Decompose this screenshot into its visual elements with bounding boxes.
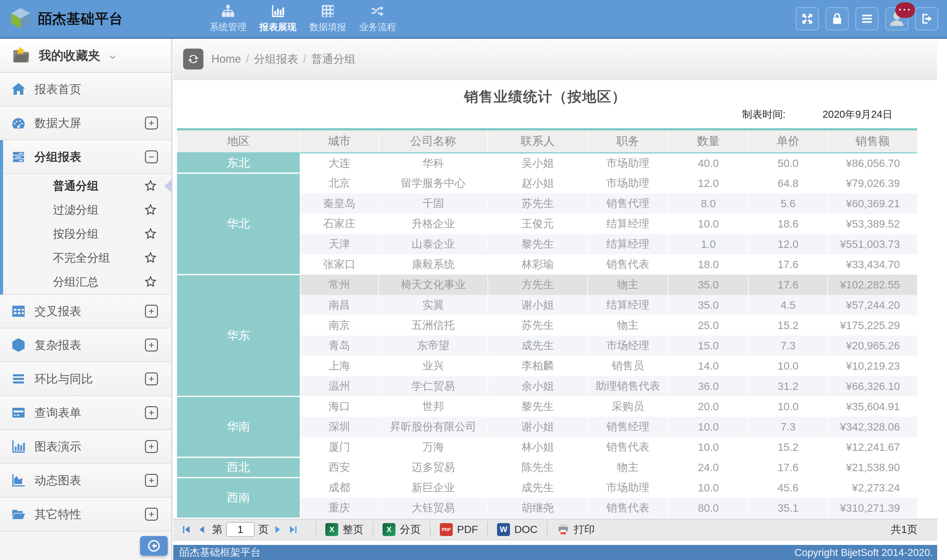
sidebar-item-complex-report[interactable]: 复杂报表+ bbox=[0, 328, 171, 362]
sidebar-item-other-features[interactable]: 其它特性+ bbox=[0, 498, 171, 531]
cell-price: 5.6 bbox=[748, 194, 828, 214]
sidebar-item-label: 查询表单 bbox=[34, 405, 81, 421]
cell-price: 12.0 bbox=[748, 234, 828, 254]
notification-badge: ··· bbox=[895, 3, 915, 18]
cell-company: 康毅系统 bbox=[379, 254, 488, 275]
cell-sales: ¥20,965.26 bbox=[828, 335, 917, 356]
prev-page-button[interactable] bbox=[197, 524, 207, 535]
expand-plus-icon[interactable]: + bbox=[145, 440, 158, 453]
cell-city: 常州 bbox=[300, 275, 379, 295]
export-pdf-button[interactable]: PDFPDF bbox=[430, 522, 487, 538]
logout-button[interactable] bbox=[915, 7, 938, 31]
brand-title: 皕杰基础平台 bbox=[38, 9, 123, 28]
sidebar-subitem-3[interactable]: 不完全分组 bbox=[0, 246, 171, 270]
lock-button[interactable] bbox=[825, 7, 849, 31]
region-cell: 华东 bbox=[177, 275, 300, 396]
sidebar-item-dynamic-chart[interactable]: 动态图表+ bbox=[0, 464, 171, 498]
export-doc-button[interactable]: WDOC bbox=[487, 522, 547, 538]
cell-title: 采购员 bbox=[588, 396, 668, 417]
cell-contact: 林小姐 bbox=[488, 437, 588, 457]
refresh-button[interactable] bbox=[183, 49, 204, 69]
cell-sales: ¥175,225.29 bbox=[828, 315, 917, 335]
sitemap-icon bbox=[221, 4, 235, 18]
nav-item-report-chart[interactable]: 报表展现 bbox=[253, 0, 303, 37]
cell-qty: 1.0 bbox=[668, 234, 748, 254]
favorites-header[interactable]: 我的收藏夹 bbox=[0, 39, 171, 72]
cell-sales: ¥57,244.20 bbox=[828, 295, 917, 315]
total-pages: 共1页 bbox=[891, 523, 937, 537]
table-row[interactable]: 华东常州椅天文化事业方先生物主35.017.6¥102,282.55 bbox=[177, 275, 917, 295]
doc-icon: W bbox=[497, 523, 510, 536]
table-row[interactable]: 华北北京留学服务中心赵小姐市场助理12.064.8¥79,026.39 bbox=[177, 173, 917, 194]
cell-title: 销售经理 bbox=[588, 417, 668, 437]
cell-contact: 方先生 bbox=[488, 275, 588, 295]
user-button[interactable]: ··· bbox=[885, 7, 908, 31]
brand[interactable]: 皕杰基础平台 bbox=[9, 0, 123, 37]
sidebar-item-group-report[interactable]: 分组报表− bbox=[0, 140, 171, 174]
first-page-button[interactable] bbox=[181, 524, 192, 535]
expand-plus-icon[interactable]: + bbox=[145, 338, 158, 351]
cell-city: 西安 bbox=[300, 457, 379, 478]
nav-item-workflow[interactable]: 业务流程 bbox=[353, 0, 403, 37]
cell-city: 大连 bbox=[300, 153, 379, 173]
expand-plus-icon[interactable]: + bbox=[145, 474, 158, 487]
cell-title: 销售代表 bbox=[588, 254, 668, 275]
cell-sales: ¥310,271.39 bbox=[828, 498, 917, 518]
cell-title: 市场经理 bbox=[588, 335, 668, 356]
logout-icon bbox=[920, 12, 933, 25]
fullscreen-button[interactable] bbox=[796, 7, 819, 31]
expand-plus-icon[interactable]: + bbox=[145, 117, 158, 129]
cell-title: 销售代表 bbox=[588, 498, 668, 518]
cell-price: 17.6 bbox=[748, 254, 828, 275]
last-page-button[interactable] bbox=[288, 524, 298, 535]
sidebar-item-label: 复杂报表 bbox=[34, 337, 81, 353]
sidebar-item-cross-report[interactable]: 交叉报表+ bbox=[0, 295, 171, 328]
page-input[interactable] bbox=[226, 522, 254, 537]
star-icon bbox=[144, 203, 157, 217]
table-row[interactable]: 东北大连华科吴小姐市场助理40.050.0¥86,056.70 bbox=[177, 153, 917, 173]
cell-city: 重庆 bbox=[300, 498, 379, 518]
collapse-sidebar-button[interactable] bbox=[140, 536, 168, 556]
report-meta-label: 制表时间: bbox=[742, 108, 785, 122]
expand-plus-icon[interactable]: + bbox=[145, 305, 158, 318]
cell-title: 市场助理 bbox=[588, 478, 668, 498]
table-row[interactable]: 西北西安迈多贸易陈先生物主24.017.6¥21,538.90 bbox=[177, 457, 917, 478]
collapse-minus-icon[interactable]: − bbox=[145, 151, 158, 163]
workflow-icon bbox=[370, 4, 385, 18]
cell-sales: ¥21,538.90 bbox=[828, 457, 917, 478]
sidebar-item-compare[interactable]: 环比与同比+ bbox=[0, 362, 171, 396]
nav-item-data-grid[interactable]: 数据填报 bbox=[303, 0, 353, 37]
sidebar-item-home[interactable]: 报表首页 bbox=[0, 72, 171, 106]
breadcrumb-item[interactable]: 分组报表 bbox=[254, 52, 298, 67]
sidebar-subitem-2[interactable]: 按段分组 bbox=[0, 222, 171, 246]
cell-title: 销售员 bbox=[588, 356, 668, 376]
breadcrumb-item[interactable]: Home bbox=[211, 52, 241, 66]
sidebar-item-chart-demo[interactable]: 图表演示+ bbox=[0, 430, 171, 464]
cell-qty: 10.0 bbox=[668, 437, 748, 457]
star-icon bbox=[144, 251, 157, 265]
sidebar-subitem-1[interactable]: 过滤分组 bbox=[0, 198, 171, 222]
print-button[interactable]: 打印 bbox=[547, 522, 604, 538]
menu-button[interactable] bbox=[855, 7, 879, 31]
export-fullpage-button[interactable]: X整页 bbox=[315, 522, 373, 538]
expand-plus-icon[interactable]: + bbox=[145, 508, 158, 521]
export-label: 整页 bbox=[342, 523, 364, 537]
footer-copyright: Copyright BijetSoft 2014-2020. bbox=[795, 547, 933, 558]
expand-plus-icon[interactable]: + bbox=[145, 372, 158, 385]
cell-price: 17.6 bbox=[748, 275, 828, 295]
nav-label: 报表展现 bbox=[259, 21, 296, 34]
table-row[interactable]: 华南海口世邦黎先生采购员20.010.0¥35,604.91 bbox=[177, 396, 917, 417]
column-header-0: 地区 bbox=[177, 129, 300, 153]
sidebar-item-dashboard[interactable]: 数据大屏+ bbox=[0, 106, 171, 140]
nav-item-sitemap[interactable]: 系统管理 bbox=[203, 0, 253, 37]
sidebar-subitem-4[interactable]: 分组汇总 bbox=[0, 270, 171, 294]
cell-contact: 黎先生 bbox=[488, 234, 588, 254]
table-row[interactable]: 西南成都新巨企业成先生市场助理10.045.6¥2,273.24 bbox=[177, 478, 917, 498]
expand-plus-icon[interactable]: + bbox=[145, 406, 158, 419]
sidebar-subitem-0[interactable]: 普通分组 bbox=[0, 174, 171, 198]
export-paged-button[interactable]: X分页 bbox=[373, 522, 430, 538]
sidebar-item-query-form[interactable]: 查询表单+ bbox=[0, 396, 171, 430]
cell-title: 销售代表 bbox=[588, 437, 668, 457]
next-page-button[interactable] bbox=[272, 524, 283, 535]
data-grid-icon bbox=[321, 4, 335, 18]
